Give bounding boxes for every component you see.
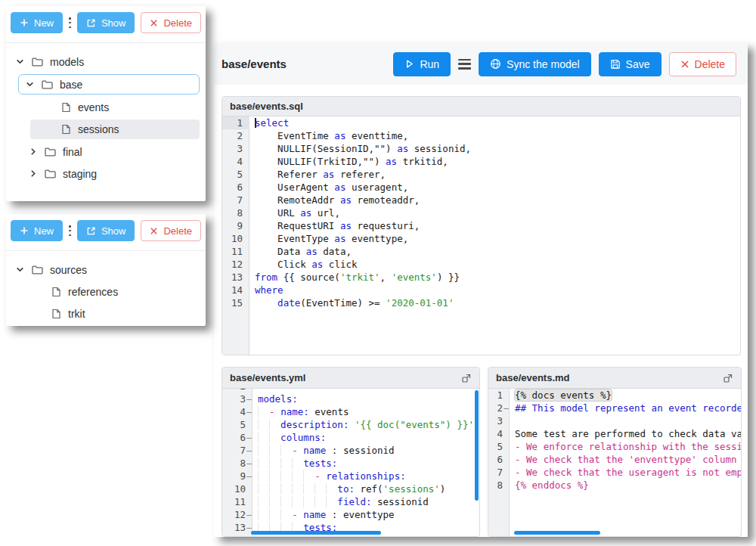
run-button[interactable]: Run xyxy=(393,52,451,76)
delete-button[interactable]: Delete xyxy=(669,52,736,76)
new-button[interactable]: New xyxy=(11,220,63,241)
md-code-editor[interactable]: 1{% docs events %}2–## This model repres… xyxy=(488,389,741,536)
code-text[interactable]: field: sessionid xyxy=(253,495,479,508)
chevron-down-icon[interactable] xyxy=(25,79,35,89)
sync-model-button[interactable]: Sync the model xyxy=(479,52,591,76)
menu-icon[interactable] xyxy=(458,59,471,70)
code-text[interactable]: - relationships: xyxy=(253,470,479,482)
fold-marker-icon[interactable]: – xyxy=(503,402,510,414)
code-line: 5 Referer as referer, xyxy=(222,168,740,181)
code-line: 10 EventType as eventtype, xyxy=(222,232,740,245)
vertical-scrollbar[interactable] xyxy=(475,390,479,501)
tree-item-trkit[interactable]: trkit xyxy=(6,304,206,323)
chevron-right-icon[interactable] xyxy=(28,147,38,157)
tree-item-sources[interactable]: sources xyxy=(6,260,206,279)
fold-marker-icon[interactable]: – xyxy=(246,392,253,405)
yml-card-header: base/events.yml xyxy=(222,368,479,389)
show-button[interactable]: Show xyxy=(77,12,135,33)
code-text[interactable]: - We check that the useragent is not emp… xyxy=(510,466,741,479)
fold-gutter-spacer xyxy=(503,466,510,479)
tree-item-staging[interactable]: staging xyxy=(6,164,206,183)
close-icon xyxy=(150,227,158,235)
tree-item-sessions[interactable]: sessions xyxy=(30,119,200,139)
line-number: 10 xyxy=(222,482,253,495)
code-text[interactable]: - name : eventtype xyxy=(253,508,479,521)
show-button-label: Show xyxy=(101,17,126,29)
code-text[interactable]: UserAgent as useragent, xyxy=(249,181,740,194)
delete-button[interactable]: Delete xyxy=(141,220,201,241)
code-line: 15 date(EventTime) >= '2020-01-01' xyxy=(222,296,740,309)
chevron-right-icon[interactable] xyxy=(28,169,38,178)
code-line: 3 NULLIF(SessionID,"") as sessionid, xyxy=(222,142,740,155)
code-text[interactable]: - We enforce relationship with the sessi… xyxy=(510,440,741,453)
code-text[interactable]: URL as url, xyxy=(249,206,740,219)
tree-item-label: models xyxy=(50,56,84,68)
fold-marker-icon[interactable]: – xyxy=(246,431,253,444)
code-line: 7 RemoteAddr as remoteaddr, xyxy=(222,194,740,206)
code-text[interactable]: Some test are performed to check data va… xyxy=(510,427,741,440)
tree-item-events[interactable]: events xyxy=(6,98,206,116)
code-text[interactable]: where xyxy=(249,284,740,296)
chevron-down-icon[interactable] xyxy=(15,265,25,275)
tree-item-final[interactable]: final xyxy=(6,142,206,161)
file-icon xyxy=(61,124,71,135)
code-text[interactable]: date(EventTime) >= '2020-01-01' xyxy=(249,296,740,309)
yml-code-editor[interactable]: 23–models:4– - name: events5 description… xyxy=(222,389,479,536)
chevron-down-icon[interactable] xyxy=(15,57,25,67)
line-number: 6 xyxy=(488,453,510,466)
fold-marker-icon[interactable]: – xyxy=(246,405,253,418)
code-text[interactable]: Click as click xyxy=(249,258,740,271)
fold-marker-icon[interactable]: – xyxy=(246,444,253,457)
fold-marker-icon[interactable]: – xyxy=(246,508,253,521)
fold-marker-icon[interactable]: – xyxy=(246,457,253,470)
menu-icon[interactable] xyxy=(69,17,71,28)
code-text[interactable]: models: xyxy=(253,392,479,405)
code-text[interactable]: to: ref('sessions') xyxy=(253,482,479,495)
line-number: 7 xyxy=(222,194,249,206)
save-button[interactable]: Save xyxy=(599,52,662,76)
menu-icon[interactable] xyxy=(69,225,71,236)
line-number: 5 xyxy=(222,168,249,181)
tree-item-references[interactable]: references xyxy=(6,282,206,301)
expand-icon[interactable] xyxy=(461,373,472,383)
code-text[interactable]: - name: events xyxy=(253,405,479,418)
code-text[interactable]: EventType as eventtype, xyxy=(249,232,740,245)
code-text[interactable]: EventTime as eventtime, xyxy=(249,129,740,142)
code-text[interactable]: Referer as referer, xyxy=(249,168,740,181)
code-text[interactable]: ## This model represent an event recorde… xyxy=(510,402,741,414)
code-text[interactable]: - We check that the 'enventtype' column … xyxy=(510,453,741,466)
yml-code-lines[interactable]: 23–models:4– - name: events5 description… xyxy=(222,389,479,534)
code-text[interactable]: RequestURI as requesturi, xyxy=(249,219,740,232)
expand-icon[interactable] xyxy=(723,373,733,383)
delete-button[interactable]: Delete xyxy=(141,12,201,33)
line-number: 6 xyxy=(222,181,249,194)
code-line: 5 description: '{{ doc("events") }}' xyxy=(222,418,479,431)
md-code-lines[interactable]: 1{% docs events %}2–## This model repres… xyxy=(488,389,741,492)
code-text[interactable]: Data as data, xyxy=(249,245,740,258)
play-icon xyxy=(404,59,414,69)
md-card-header: base/events.md xyxy=(488,368,741,389)
code-text[interactable]: - name : sessionid xyxy=(253,444,479,457)
code-text[interactable]: columns: xyxy=(253,431,479,444)
code-text[interactable]: select xyxy=(249,116,740,129)
code-text[interactable]: NULLIF(SessionID,"") as sessionid, xyxy=(249,142,740,155)
fold-marker-icon[interactable]: – xyxy=(246,470,253,482)
models-explorer-panel: New Show Delete models base xyxy=(6,6,206,201)
new-button[interactable]: New xyxy=(11,12,63,33)
show-button[interactable]: Show xyxy=(77,220,135,241)
sql-code-editor[interactable]: 1select2 EventTime as eventtime,3 NULLIF… xyxy=(222,116,740,355)
code-text[interactable]: tests: xyxy=(253,457,479,470)
code-text[interactable]: {% docs events %} xyxy=(510,389,741,402)
sql-code-lines[interactable]: 1select2 EventTime as eventtime,3 NULLIF… xyxy=(222,116,740,309)
globe-icon xyxy=(490,58,501,70)
code-text[interactable]: NULLIF(TrkitID,"") as trkitid, xyxy=(249,155,740,168)
tree-item-base[interactable]: base xyxy=(18,74,200,95)
code-text[interactable]: {% enddocs %} xyxy=(510,479,741,492)
code-text[interactable]: description: '{{ doc("events") }}' xyxy=(253,418,479,431)
horizontal-scrollbar[interactable] xyxy=(251,531,381,535)
horizontal-scrollbar[interactable] xyxy=(514,531,600,535)
tree-item-models[interactable]: models xyxy=(6,52,206,71)
code-text[interactable] xyxy=(510,414,741,427)
code-text[interactable]: from {{ source('trkit', 'events') }} xyxy=(249,271,740,284)
code-text[interactable]: RemoteAddr as remoteaddr, xyxy=(249,194,740,206)
